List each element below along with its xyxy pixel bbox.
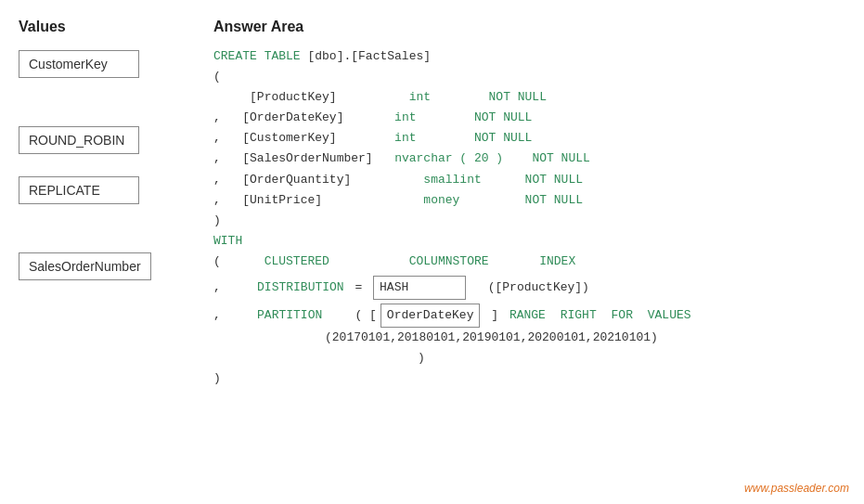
col-name: [UnitPrice] xyxy=(242,193,322,207)
column-row-1: [ProductKey] int NOT NULL xyxy=(213,87,845,108)
partition-value-box[interactable]: OrderDateKey xyxy=(380,304,481,328)
create-table-line: CREATE TABLE [dbo].[FactSales] xyxy=(213,46,845,67)
list-item[interactable]: ROUND_ROBIN xyxy=(19,126,139,154)
col-type: int xyxy=(409,90,431,104)
col-name: [CustomerKey] xyxy=(242,131,336,145)
col-constraint: NOT NULL xyxy=(525,193,583,207)
col-comma: , xyxy=(213,151,221,165)
index-keyword: INDEX xyxy=(539,254,575,268)
with-keyword: WITH xyxy=(213,234,242,248)
clustered-keyword: CLUSTERED xyxy=(264,254,329,268)
range-keyword: RANGE xyxy=(509,305,546,326)
col-constraint: NOT NULL xyxy=(474,131,532,145)
code-block: CREATE TABLE [dbo].[FactSales] ( [Produc… xyxy=(213,46,845,390)
distribution-value-box[interactable]: HASH xyxy=(373,276,466,300)
final-close-paren-line: ) xyxy=(213,368,845,389)
column-row-5: , [OrderQuantity] smallint NOT NULL xyxy=(213,170,845,190)
col-type: int xyxy=(394,131,416,145)
table-name: [dbo].[FactSales] xyxy=(307,49,431,63)
open-paren-line: ( xyxy=(213,67,845,87)
col-type: int xyxy=(394,110,416,124)
col-comma: , xyxy=(213,173,221,187)
col-type: smallint xyxy=(423,173,481,187)
col-indent xyxy=(213,90,242,104)
right-heading: Answer Area xyxy=(213,19,845,35)
column-row-4: , [SalesOrderNumber] nvarchar ( 20 ) NOT… xyxy=(213,149,845,169)
col-constraint: NOT NULL xyxy=(489,90,547,104)
list-item[interactable]: CustomerKey xyxy=(19,50,139,78)
columnstore-keyword: COLUMNSTORE xyxy=(409,254,489,268)
column-row-6: , [UnitPrice] money NOT NULL xyxy=(213,190,845,211)
partition-close-paren-line: ) xyxy=(213,348,845,368)
right-panel: Answer Area CREATE TABLE [dbo].[FactSale… xyxy=(204,19,845,485)
list-item[interactable]: REPLICATE xyxy=(19,176,139,204)
left-heading: Values xyxy=(19,19,186,35)
for-keyword: FOR xyxy=(612,305,633,326)
partition-values-line: (20170101,20180101,20190101,20200101,202… xyxy=(213,328,845,348)
close-paren-line: ) xyxy=(213,211,845,231)
distribution-keyword: DISTRIBUTION xyxy=(257,278,344,298)
right-keyword: RIGHT xyxy=(561,305,597,326)
col-constraint: NOT NULL xyxy=(532,151,589,165)
with-line: WITH xyxy=(213,231,845,252)
dist-comma: , xyxy=(213,278,221,298)
column-row-2: , [OrderDateKey] int NOT NULL xyxy=(213,108,845,128)
partition-values: (20170101,20180101,20190101,20200101,202… xyxy=(325,330,658,344)
distribution-line: , DISTRIBUTION = HASH ([ProductKey]) xyxy=(213,276,845,300)
col-comma: , xyxy=(213,110,221,124)
col-comma: , xyxy=(213,193,221,207)
col-name: [SalesOrderNumber] xyxy=(242,151,372,165)
col-comma: , xyxy=(213,131,221,145)
col-constraint: NOT NULL xyxy=(525,173,583,187)
col-type: nvarchar ( 20 ) xyxy=(394,151,503,165)
table-keyword: TABLE xyxy=(264,49,301,63)
left-panel: Values CustomerKey ROUND_ROBIN REPLICATE… xyxy=(19,19,204,485)
col-name: [ProductKey] xyxy=(250,90,337,104)
column-row-3: , [CustomerKey] int NOT NULL xyxy=(213,128,845,149)
partition-keyword: PARTITION xyxy=(257,305,322,326)
col-constraint: NOT NULL xyxy=(474,110,532,124)
col-name: [OrderDateKey] xyxy=(242,110,343,124)
partition-line: , PARTITION ( [ OrderDateKey ] RANGE RIG… xyxy=(213,304,845,328)
watermark: www.passleader.com xyxy=(744,482,849,495)
part-comma: , xyxy=(213,305,221,326)
clustered-line: ( CLUSTERED COLUMNSTORE INDEX xyxy=(213,252,845,272)
list-item[interactable]: SalesOrderNumber xyxy=(19,252,151,280)
values-keyword: VALUES xyxy=(648,305,691,326)
create-keyword: CREATE xyxy=(213,49,257,63)
distribution-suffix: ([ProductKey]) xyxy=(488,278,589,298)
col-name: [OrderQuantity] xyxy=(242,173,351,187)
col-type: money xyxy=(423,193,459,207)
